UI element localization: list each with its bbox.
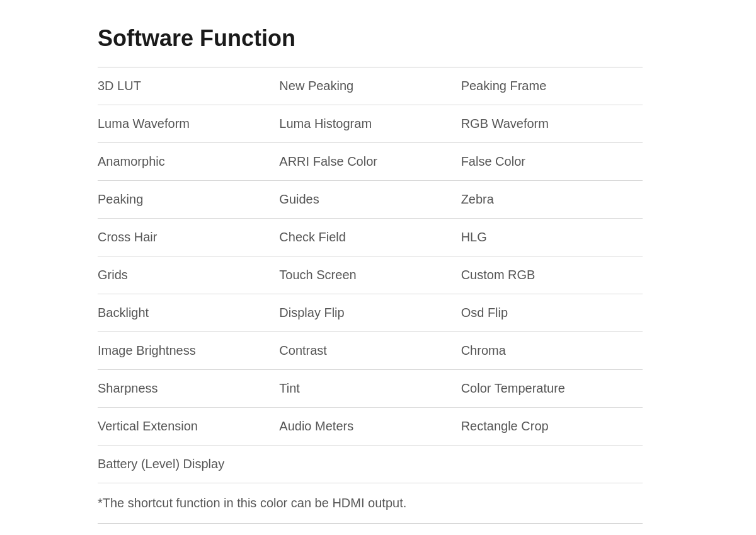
cell-1-1: Luma Histogram [279, 105, 461, 143]
cell-6-0: Backlight [98, 294, 279, 332]
table-row: Vertical ExtensionAudio MetersRectangle … [98, 408, 643, 446]
cell-6-2: Osd Flip [461, 294, 643, 332]
cell-3-0: Peaking [98, 181, 279, 219]
cell-4-2: HLG [461, 219, 643, 256]
note-row: *The shortcut function in this color can… [98, 483, 643, 524]
cell-2-1: ARRI False Color [279, 143, 461, 181]
cell-0-2: Peaking Frame [461, 67, 643, 105]
cell-7-2: Chroma [461, 332, 643, 370]
cell-7-0: Image Brightness [98, 332, 279, 370]
page-title: Software Function [98, 25, 643, 52]
table-row: BacklightDisplay FlipOsd Flip [98, 294, 643, 332]
page-container: Software Function 3D LUTNew PeakingPeaki… [0, 0, 693, 535]
cell-0-0: 3D LUT [98, 67, 279, 105]
cell-3-1: Guides [279, 181, 461, 219]
cell-3-2: Zebra [461, 181, 643, 219]
cell-1-0: Luma Waveform [98, 105, 279, 143]
bottom-divider [98, 523, 643, 524]
cell-7-1: Contrast [279, 332, 461, 370]
table-row: Image BrightnessContrastChroma [98, 332, 643, 370]
table-row: AnamorphicARRI False ColorFalse Color [98, 143, 643, 181]
cell-4-0: Cross Hair [98, 219, 279, 256]
cell-5-1: Touch Screen [279, 256, 461, 294]
cell-6-1: Display Flip [279, 294, 461, 332]
table-row: GridsTouch ScreenCustom RGB [98, 256, 643, 294]
cell-1-2: RGB Waveform [461, 105, 643, 143]
cell-2-0: Anamorphic [98, 143, 279, 181]
features-table: 3D LUTNew PeakingPeaking FrameLuma Wavef… [98, 67, 643, 523]
table-body: 3D LUTNew PeakingPeaking FrameLuma Wavef… [98, 67, 643, 523]
cell-9-0: Vertical Extension [98, 408, 279, 446]
cell-2-2: False Color [461, 143, 643, 181]
cell-8-1: Tint [279, 370, 461, 408]
cell-8-0: Sharpness [98, 370, 279, 408]
cell-5-0: Grids [98, 256, 279, 294]
table-row: 3D LUTNew PeakingPeaking Frame [98, 67, 643, 105]
cell-8-2: Color Temperature [461, 370, 643, 408]
table-row: PeakingGuidesZebra [98, 181, 643, 219]
battery-row: Battery (Level) Display [98, 446, 643, 483]
table-row: Cross HairCheck FieldHLG [98, 219, 643, 256]
note-cell: *The shortcut function in this color can… [98, 483, 643, 524]
cell-0-1: New Peaking [279, 67, 461, 105]
table-row: Luma WaveformLuma HistogramRGB Waveform [98, 105, 643, 143]
cell-9-2: Rectangle Crop [461, 408, 643, 446]
table-row: SharpnessTintColor Temperature [98, 370, 643, 408]
cell-9-1: Audio Meters [279, 408, 461, 446]
cell-5-2: Custom RGB [461, 256, 643, 294]
battery-cell: Battery (Level) Display [98, 446, 643, 483]
cell-4-1: Check Field [279, 219, 461, 256]
